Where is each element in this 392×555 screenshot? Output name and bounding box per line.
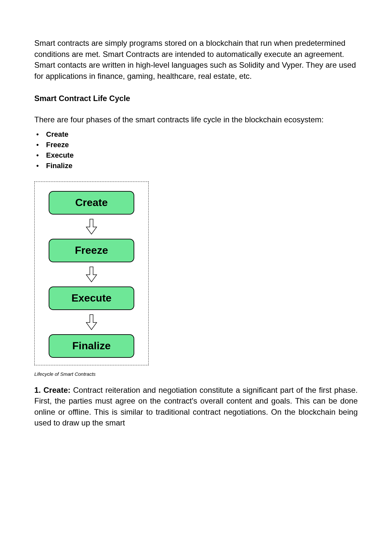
stage-create: Create — [49, 191, 134, 215]
intro-paragraph: Smart contracts are simply programs stor… — [34, 38, 358, 81]
create-body: Contract reiteration and negotiation con… — [34, 386, 358, 427]
list-item: Create — [34, 129, 358, 140]
arrow-down-icon — [86, 262, 97, 286]
stage-freeze: Freeze — [49, 239, 134, 262]
stage-execute: Execute — [49, 286, 134, 310]
diagram-caption: Lifecycle of Smart Contracts — [34, 371, 358, 377]
stage-finalize: Finalize — [49, 334, 134, 358]
create-label: 1. Create: — [34, 386, 73, 394]
phases-list: Create Freeze Execute Finalize — [34, 129, 358, 171]
arrow-down-icon — [86, 310, 97, 334]
list-item: Freeze — [34, 140, 358, 150]
section-heading: Smart Contract Life Cycle — [34, 94, 358, 103]
list-item: Finalize — [34, 161, 358, 171]
list-item: Execute — [34, 150, 358, 161]
create-description: 1. Create: Contract reiteration and nego… — [34, 385, 358, 428]
phases-intro: There are four phases of the smart contr… — [34, 114, 358, 125]
lifecycle-diagram: Create Freeze Execute Finalize — [34, 182, 149, 365]
arrow-down-icon — [86, 215, 97, 239]
